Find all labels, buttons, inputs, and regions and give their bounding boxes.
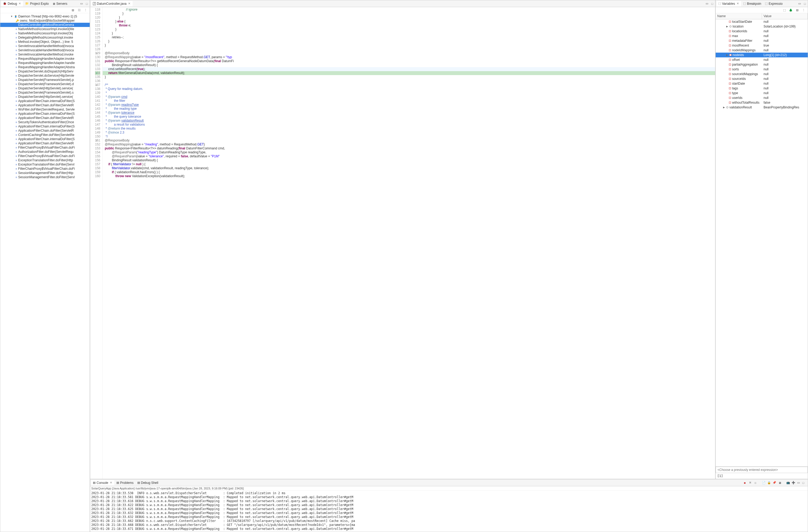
- line-number[interactable]: 123: [95, 27, 100, 32]
- line-number[interactable]: 130: [95, 55, 100, 59]
- remove-icon[interactable]: ✖: [748, 481, 752, 485]
- minimize-icon[interactable]: ▭: [796, 481, 800, 485]
- line-number[interactable]: 132: [95, 63, 100, 67]
- line-number[interactable]: 158: [95, 166, 100, 170]
- stack-frame[interactable]: ≡NativeMethodAccessorImpl.invoke(Obj: [0, 31, 90, 35]
- variable-row[interactable]: mostRecenttrue: [716, 43, 808, 48]
- vars-tab[interactable]: ⬚Expressio: [763, 1, 784, 6]
- stack-frame[interactable]: ≡SessionManagementFilter.doFilter(Http: [0, 171, 90, 175]
- code-line[interactable]: /**: [103, 83, 715, 87]
- line-number[interactable]: ⊖137: [95, 83, 100, 87]
- line-number[interactable]: 141: [95, 99, 100, 103]
- variable-row[interactable]: offsetnull: [716, 57, 808, 62]
- code-line[interactable]: }: [103, 12, 715, 16]
- code-line[interactable]: * @since 2.3: [103, 131, 715, 135]
- stack-frame[interactable]: ≡ExceptionTranslationFilter.doFilter(Ser…: [0, 163, 90, 167]
- console-tab[interactable]: ▤Console✕: [91, 480, 114, 486]
- terminate-icon[interactable]: ■: [743, 481, 747, 485]
- code-line[interactable]: throw e;: [103, 23, 715, 27]
- variable-row[interactable]: typenull: [716, 91, 808, 95]
- line-number[interactable]: 127: [95, 43, 100, 47]
- variable-row[interactable]: ▶validationResultBeanPropertyBindingRes: [716, 105, 808, 110]
- line-number[interactable]: 159: [95, 170, 100, 174]
- pin-icon[interactable]: 📌: [772, 481, 776, 485]
- stack-frame[interactable]: ≡WsFilter.doFilter(ServletRequest, Servl…: [0, 107, 90, 112]
- line-number[interactable]: 124: [95, 32, 100, 35]
- line-number[interactable]: 135: [95, 75, 100, 79]
- stack-frame[interactable]: ≡RequestMappingHandlerAdapter(Abstra: [0, 65, 90, 69]
- stack-frame[interactable]: ≡ApplicationFilterChain.internalDoFilter…: [0, 112, 90, 116]
- code-line[interactable]: [103, 47, 715, 51]
- code-line[interactable]: public Response<FilterResults<?>> datumR…: [103, 147, 715, 150]
- stack-frame[interactable]: ≡FilterChainProxy$VirtualFilterChain.doF…: [0, 146, 90, 150]
- code-line[interactable]: */: [103, 135, 715, 138]
- console-tab[interactable]: ▤Problems: [115, 480, 135, 486]
- line-number[interactable]: 157: [95, 163, 100, 166]
- line-number[interactable]: 133: [95, 67, 100, 71]
- minimize-icon[interactable]: ▭: [705, 2, 709, 5]
- stack-frame[interactable]: ≡ExceptionTranslationFilter.doFilter(Htt…: [0, 158, 90, 163]
- line-number[interactable]: 142: [95, 103, 100, 107]
- stack-frame[interactable]: ≡DatumController.getMostRecentGenera: [0, 23, 90, 27]
- code-line[interactable]: * @param validationResult: [103, 119, 715, 123]
- variable-row[interactable]: ▶nodeIdsLong[1] (id=212): [716, 53, 808, 57]
- line-number[interactable]: ⊖151: [95, 138, 100, 142]
- stack-frame[interactable]: ≡ApplicationFilterChain.doFilter(Servlet…: [0, 103, 90, 107]
- variable-row[interactable]: nodeIdMappingsnull: [716, 48, 808, 53]
- remove-all-icon[interactable]: ⦻: [753, 481, 757, 485]
- new-console-icon[interactable]: ➕: [791, 481, 795, 485]
- line-number[interactable]: ➜134: [95, 71, 100, 75]
- code-line[interactable]: }: [103, 27, 715, 32]
- code-line[interactable]: }: [103, 16, 715, 20]
- line-number[interactable]: 120: [95, 16, 100, 20]
- code-line[interactable]: }: [103, 75, 715, 79]
- code-line[interactable]: * a result for validations: [103, 123, 715, 127]
- code-line[interactable]: @ResponseBody: [103, 51, 715, 55]
- stack-frame[interactable]: ≡DispatcherServlet(FrameworkServlet).d: [0, 82, 90, 86]
- tree-icon[interactable]: 🌲: [789, 8, 793, 12]
- code-line[interactable]: }: [103, 43, 715, 47]
- col-value[interactable]: Value: [762, 13, 808, 19]
- stack-frame[interactable]: ≡ServletInvocableHandlerMethod(Invoca: [0, 44, 90, 48]
- stack-frame[interactable]: ≡FilterChainProxy$VirtualFilterChain.doF…: [0, 167, 90, 171]
- stack-frame[interactable]: ▼🧵Daemon Thread [http-nio-9082-exec-1] (…: [0, 14, 90, 19]
- code-line[interactable]: throw new ValidationException(validation…: [103, 174, 715, 178]
- vars-table[interactable]: localStartDatenull▶locationSolarLocation…: [716, 19, 808, 467]
- view-menu-icon[interactable]: ⋮: [802, 8, 806, 12]
- code-editor[interactable]: 118119120121122123124125126127128⊖129130…: [90, 7, 715, 479]
- type-icon[interactable]: ⬚: [782, 8, 787, 12]
- code-line[interactable]: filterValidator.validate(cmd, validation…: [103, 166, 715, 170]
- variable-row[interactable]: maxnull: [716, 34, 808, 38]
- stack-frame[interactable]: ≡DispatcherServlet.doService(HttpServle: [0, 74, 90, 78]
- collapse-icon[interactable]: ⊟: [795, 8, 799, 12]
- line-number[interactable]: 140: [95, 95, 100, 99]
- line-number[interactable]: 160: [95, 174, 100, 178]
- line-number[interactable]: 126: [95, 39, 100, 43]
- code-line[interactable]: public Response<FilterResults<?>> getMos…: [103, 59, 715, 63]
- stack-frame[interactable]: ≡ContentCachingFilter.doFilter(ServletRe: [0, 133, 90, 137]
- display-icon[interactable]: 🖥: [777, 481, 782, 485]
- stack-frame[interactable]: ≡ApplicationFilterChain.internalDoFilter…: [0, 124, 90, 129]
- view-menu-icon[interactable]: ⋮: [83, 8, 88, 12]
- code-line[interactable]: * the query tolerance: [103, 115, 715, 119]
- code-line[interactable]: if ( filterValidator != null ) {: [103, 163, 715, 166]
- code-line[interactable]: @RequestMapping(value = "/reading", meth…: [103, 142, 715, 147]
- stack-frame[interactable]: ≡ApplicationFilterChain.doFilter(Servlet…: [0, 116, 90, 120]
- code-line[interactable]: if ( validationResult.hasErrors() ) {: [103, 170, 715, 174]
- code-line[interactable]: cmd.setMostRecent(true);: [103, 67, 715, 71]
- stack-frame[interactable]: ≡ApplicationFilterChain.internalDoFilter…: [0, 137, 90, 141]
- minimize-icon[interactable]: ▭: [798, 2, 802, 5]
- stack-frame[interactable]: ≡NativeMethodAccessorImpl.invoke0(Me: [0, 27, 90, 31]
- maximize-icon[interactable]: □: [803, 2, 807, 5]
- line-number[interactable]: 119: [95, 12, 100, 16]
- stack-frame[interactable]: ≡ApplicationFilterChain.internalDoFilter…: [0, 99, 90, 103]
- line-number[interactable]: 138: [95, 87, 100, 91]
- clear-icon[interactable]: 📄: [762, 481, 766, 485]
- close-icon[interactable]: ✕: [109, 481, 113, 484]
- code-line[interactable]: *: [103, 91, 715, 95]
- line-number[interactable]: 136: [95, 79, 100, 83]
- variable-row[interactable]: locationIdsnull: [716, 29, 808, 34]
- line-number[interactable]: 154: [95, 150, 100, 154]
- maximize-icon[interactable]: □: [710, 2, 714, 5]
- maximize-icon[interactable]: □: [802, 481, 805, 485]
